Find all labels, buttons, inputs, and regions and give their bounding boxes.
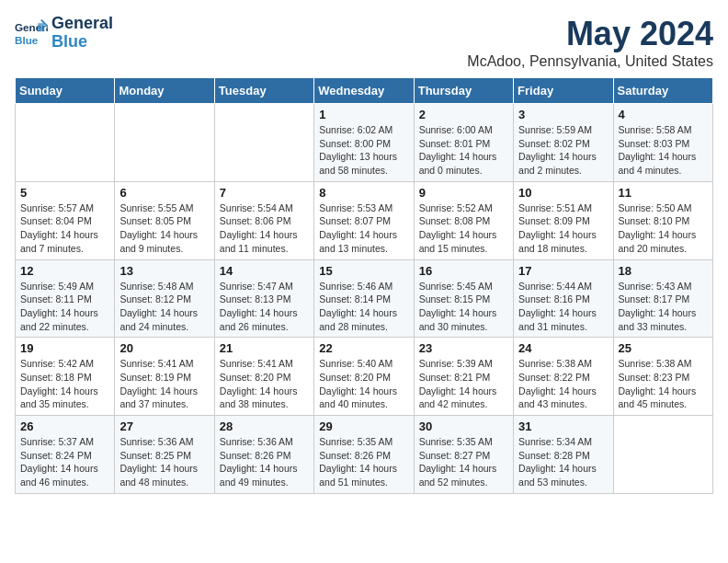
day-number: 16 bbox=[419, 264, 508, 278]
calendar-cell: 28Sunrise: 5:36 AM Sunset: 8:26 PM Dayli… bbox=[214, 416, 313, 494]
day-info: Sunrise: 5:53 AM Sunset: 8:07 PM Dayligh… bbox=[319, 201, 408, 256]
day-info: Sunrise: 5:37 AM Sunset: 8:24 PM Dayligh… bbox=[20, 435, 109, 489]
svg-text:Blue: Blue bbox=[15, 33, 39, 45]
day-number: 17 bbox=[518, 264, 608, 278]
day-info: Sunrise: 5:48 AM Sunset: 8:12 PM Dayligh… bbox=[119, 280, 209, 334]
calendar-cell: 4Sunrise: 5:58 AM Sunset: 8:03 PM Daylig… bbox=[613, 104, 712, 182]
day-number: 12 bbox=[20, 264, 109, 278]
title-block: May 2024 McAdoo, Pennsylvania, United St… bbox=[467, 15, 713, 70]
calendar-cell: 26Sunrise: 5:37 AM Sunset: 8:24 PM Dayli… bbox=[16, 416, 115, 494]
day-info: Sunrise: 5:44 AM Sunset: 8:16 PM Dayligh… bbox=[518, 280, 608, 334]
calendar-cell: 24Sunrise: 5:38 AM Sunset: 8:22 PM Dayli… bbox=[514, 338, 613, 416]
calendar-cell: 13Sunrise: 5:48 AM Sunset: 8:12 PM Dayli… bbox=[115, 259, 214, 338]
day-info: Sunrise: 5:55 AM Sunset: 8:05 PM Dayligh… bbox=[119, 201, 209, 256]
day-number: 28 bbox=[220, 419, 309, 433]
day-info: Sunrise: 5:45 AM Sunset: 8:15 PM Dayligh… bbox=[419, 280, 508, 334]
calendar-cell: 7Sunrise: 5:54 AM Sunset: 8:06 PM Daylig… bbox=[214, 181, 313, 259]
day-info: Sunrise: 5:39 AM Sunset: 8:21 PM Dayligh… bbox=[419, 357, 508, 411]
weekday-header: Sunday bbox=[16, 78, 115, 104]
day-number: 7 bbox=[220, 186, 309, 200]
day-number: 22 bbox=[319, 341, 408, 355]
calendar-cell: 12Sunrise: 5:49 AM Sunset: 8:11 PM Dayli… bbox=[16, 259, 115, 338]
logo-name: General Blue bbox=[51, 15, 113, 52]
calendar-week-row: 19Sunrise: 5:42 AM Sunset: 8:18 PM Dayli… bbox=[16, 338, 713, 416]
day-info: Sunrise: 5:42 AM Sunset: 8:18 PM Dayligh… bbox=[20, 357, 109, 411]
day-number: 18 bbox=[619, 264, 708, 278]
weekday-header: Saturday bbox=[613, 78, 712, 104]
calendar-cell bbox=[16, 104, 115, 182]
svg-marker-2 bbox=[38, 23, 44, 31]
day-number: 19 bbox=[20, 341, 109, 355]
calendar-cell: 27Sunrise: 5:36 AM Sunset: 8:25 PM Dayli… bbox=[115, 416, 214, 494]
day-number: 15 bbox=[319, 264, 408, 278]
day-info: Sunrise: 6:00 AM Sunset: 8:01 PM Dayligh… bbox=[419, 123, 508, 178]
day-number: 31 bbox=[518, 419, 608, 433]
day-info: Sunrise: 5:52 AM Sunset: 8:08 PM Dayligh… bbox=[419, 201, 508, 256]
day-number: 2 bbox=[419, 108, 508, 121]
calendar-cell bbox=[214, 104, 313, 182]
day-number: 20 bbox=[119, 341, 209, 355]
day-info: Sunrise: 5:36 AM Sunset: 8:25 PM Dayligh… bbox=[119, 435, 209, 489]
day-number: 14 bbox=[220, 264, 309, 278]
calendar-cell: 22Sunrise: 5:40 AM Sunset: 8:20 PM Dayli… bbox=[314, 338, 414, 416]
location-title: McAdoo, Pennsylvania, United States bbox=[467, 53, 713, 70]
calendar-cell: 17Sunrise: 5:44 AM Sunset: 8:16 PM Dayli… bbox=[514, 259, 613, 338]
day-info: Sunrise: 5:43 AM Sunset: 8:17 PM Dayligh… bbox=[619, 280, 708, 334]
calendar-week-row: 26Sunrise: 5:37 AM Sunset: 8:24 PM Dayli… bbox=[16, 416, 713, 494]
day-number: 27 bbox=[119, 419, 209, 433]
page-header: General Blue General Blue May 2024 McAdo… bbox=[15, 15, 713, 70]
day-number: 23 bbox=[419, 341, 508, 355]
day-number: 1 bbox=[319, 108, 408, 121]
day-number: 10 bbox=[518, 186, 608, 200]
day-number: 30 bbox=[419, 419, 508, 433]
day-number: 6 bbox=[119, 186, 209, 200]
day-info: Sunrise: 5:36 AM Sunset: 8:26 PM Dayligh… bbox=[220, 435, 309, 489]
month-title: May 2024 bbox=[467, 15, 713, 53]
day-info: Sunrise: 5:38 AM Sunset: 8:22 PM Dayligh… bbox=[518, 357, 608, 411]
weekday-header: Thursday bbox=[414, 78, 513, 104]
calendar-cell: 9Sunrise: 5:52 AM Sunset: 8:08 PM Daylig… bbox=[414, 181, 513, 259]
weekday-header: Monday bbox=[115, 78, 214, 104]
logo-icon: General Blue bbox=[15, 17, 48, 50]
day-number: 26 bbox=[20, 419, 109, 433]
day-info: Sunrise: 5:35 AM Sunset: 8:26 PM Dayligh… bbox=[319, 435, 408, 489]
calendar-cell: 2Sunrise: 6:00 AM Sunset: 8:01 PM Daylig… bbox=[414, 104, 513, 182]
calendar-cell: 11Sunrise: 5:50 AM Sunset: 8:10 PM Dayli… bbox=[613, 181, 712, 259]
logo: General Blue General Blue bbox=[15, 15, 113, 52]
day-info: Sunrise: 5:41 AM Sunset: 8:20 PM Dayligh… bbox=[220, 357, 309, 411]
weekday-header: Tuesday bbox=[214, 78, 313, 104]
day-number: 3 bbox=[518, 108, 608, 121]
calendar-cell bbox=[115, 104, 214, 182]
day-number: 13 bbox=[119, 264, 209, 278]
calendar-cell: 23Sunrise: 5:39 AM Sunset: 8:21 PM Dayli… bbox=[414, 338, 513, 416]
calendar-week-row: 1Sunrise: 6:02 AM Sunset: 8:00 PM Daylig… bbox=[16, 104, 713, 182]
calendar-cell: 20Sunrise: 5:41 AM Sunset: 8:19 PM Dayli… bbox=[115, 338, 214, 416]
day-info: Sunrise: 6:02 AM Sunset: 8:00 PM Dayligh… bbox=[319, 123, 408, 178]
calendar-cell: 16Sunrise: 5:45 AM Sunset: 8:15 PM Dayli… bbox=[414, 259, 513, 338]
day-number: 29 bbox=[319, 419, 408, 433]
day-number: 4 bbox=[619, 108, 708, 121]
day-info: Sunrise: 5:57 AM Sunset: 8:04 PM Dayligh… bbox=[20, 201, 109, 256]
calendar-cell: 6Sunrise: 5:55 AM Sunset: 8:05 PM Daylig… bbox=[115, 181, 214, 259]
day-number: 11 bbox=[619, 186, 708, 200]
calendar-cell: 18Sunrise: 5:43 AM Sunset: 8:17 PM Dayli… bbox=[613, 259, 712, 338]
day-info: Sunrise: 5:51 AM Sunset: 8:09 PM Dayligh… bbox=[518, 201, 608, 256]
calendar-cell: 14Sunrise: 5:47 AM Sunset: 8:13 PM Dayli… bbox=[214, 259, 313, 338]
day-info: Sunrise: 5:41 AM Sunset: 8:19 PM Dayligh… bbox=[119, 357, 209, 411]
day-number: 24 bbox=[518, 341, 608, 355]
day-info: Sunrise: 5:34 AM Sunset: 8:28 PM Dayligh… bbox=[518, 435, 608, 489]
calendar-cell: 10Sunrise: 5:51 AM Sunset: 8:09 PM Dayli… bbox=[514, 181, 613, 259]
day-info: Sunrise: 5:46 AM Sunset: 8:14 PM Dayligh… bbox=[319, 280, 408, 334]
calendar-cell: 29Sunrise: 5:35 AM Sunset: 8:26 PM Dayli… bbox=[314, 416, 414, 494]
day-info: Sunrise: 5:38 AM Sunset: 8:23 PM Dayligh… bbox=[619, 357, 708, 411]
weekday-header-row: SundayMondayTuesdayWednesdayThursdayFrid… bbox=[16, 78, 713, 104]
day-number: 21 bbox=[220, 341, 309, 355]
weekday-header: Wednesday bbox=[314, 78, 414, 104]
day-info: Sunrise: 5:47 AM Sunset: 8:13 PM Dayligh… bbox=[220, 280, 309, 334]
calendar-cell: 3Sunrise: 5:59 AM Sunset: 8:02 PM Daylig… bbox=[514, 104, 613, 182]
calendar-cell bbox=[613, 416, 712, 494]
calendar-cell: 19Sunrise: 5:42 AM Sunset: 8:18 PM Dayli… bbox=[16, 338, 115, 416]
calendar-cell: 31Sunrise: 5:34 AM Sunset: 8:28 PM Dayli… bbox=[514, 416, 613, 494]
day-number: 5 bbox=[20, 186, 109, 200]
calendar-table: SundayMondayTuesdayWednesdayThursdayFrid… bbox=[15, 77, 713, 494]
